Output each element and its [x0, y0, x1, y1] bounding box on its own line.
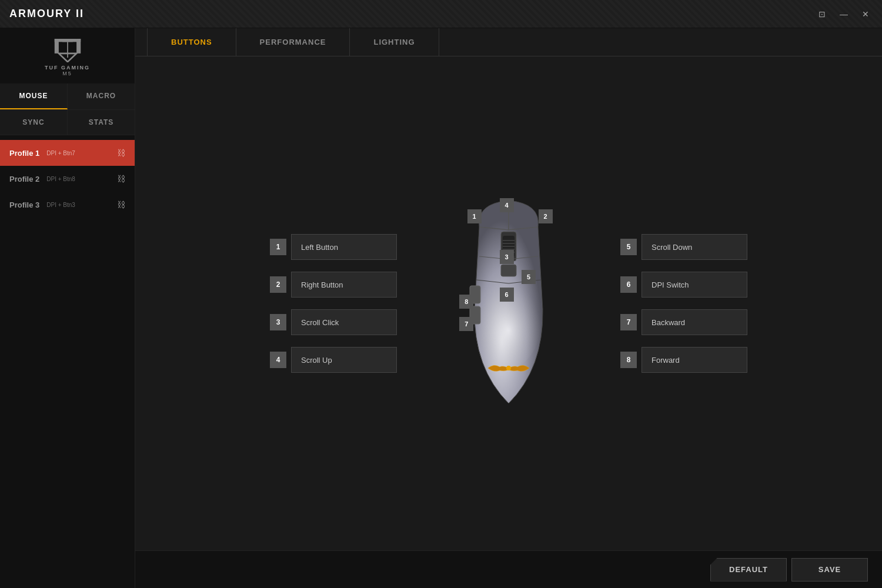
save-button[interactable]: SAVE — [791, 558, 868, 582]
sub-tab-lighting[interactable]: LIGHTING — [350, 28, 439, 56]
app-title: ARMOURY II — [9, 8, 84, 20]
svg-rect-14 — [501, 265, 516, 276]
btn-assignment-5: 5 Scroll Down — [620, 234, 747, 260]
sub-tab-performance[interactable]: PERFORMANCE — [236, 28, 350, 56]
profile-item-3[interactable]: Profile 3 DPI + Btn3 ⛓ — [0, 192, 135, 218]
btn-label-scroll-down[interactable]: Scroll Down — [642, 234, 747, 260]
logo-line2: M5 — [62, 71, 72, 76]
profile-1-shortcut: DPI + Btn7 — [46, 150, 75, 156]
mouse-svg-wrapper: 1 2 3 4 5 — [444, 192, 573, 415]
btn-label-scroll-click[interactable]: Scroll Click — [291, 309, 397, 335]
profile-2-link-icon: ⛓ — [117, 174, 125, 183]
sidebar-logo: TUF GAMING M5 — [0, 28, 135, 83]
mouse-badge-4: 4 — [500, 198, 514, 212]
window-controls: ⊡ — ✕ — [815, 8, 873, 20]
content-area: BUTTONS PERFORMANCE LIGHTING 1 Left Butt… — [135, 28, 882, 588]
profile-3-link-icon: ⛓ — [117, 200, 125, 209]
nav-tab-stats[interactable]: STATS — [68, 110, 135, 135]
nav-tab-macro[interactable]: MACRO — [68, 83, 135, 109]
mouse-badge-3: 3 — [500, 250, 514, 264]
mouse-badge-2: 2 — [539, 209, 553, 223]
right-button-assignments: 5 Scroll Down 6 DPI Switch 7 Backward 8 … — [620, 234, 747, 373]
btn-num-8: 8 — [620, 352, 637, 368]
svg-point-17 — [506, 366, 511, 370]
btn-label-forward[interactable]: Forward — [642, 347, 747, 373]
btn-label-right-button[interactable]: Right Button — [291, 272, 397, 298]
mouse-graphic: 1 2 3 4 5 — [432, 192, 585, 415]
mouse-badge-6: 6 — [500, 288, 514, 302]
btn-label-scroll-up[interactable]: Scroll Up — [291, 347, 397, 373]
default-button[interactable]: DEFAULT — [710, 558, 787, 582]
profile-item-2[interactable]: Profile 2 DPI + Btn8 ⛓ — [0, 166, 135, 192]
sub-tab-buttons[interactable]: BUTTONS — [147, 28, 236, 56]
profile-1-name: Profile 1 — [9, 149, 39, 158]
profile-2-name: Profile 2 — [9, 175, 39, 183]
sidebar: TUF GAMING M5 MOUSE MACRO SYNC STATS Pro… — [0, 28, 135, 588]
profile-item-1[interactable]: Profile 1 DPI + Btn7 ⛓ — [0, 140, 135, 166]
btn-assignment-2: 2 Right Button — [270, 272, 397, 298]
btn-num-6: 6 — [620, 276, 637, 293]
sub-tabs: BUTTONS PERFORMANCE LIGHTING — [135, 28, 882, 56]
profile-3-name: Profile 3 — [9, 201, 39, 209]
profile-1-link-icon: ⛓ — [117, 148, 125, 158]
svg-rect-3 — [76, 39, 81, 54]
svg-rect-2 — [54, 39, 58, 54]
btn-num-4: 4 — [270, 352, 286, 368]
btn-num-7: 7 — [620, 314, 637, 330]
nav-tab-sync[interactable]: SYNC — [0, 110, 68, 135]
btn-assignment-7: 7 Backward — [620, 309, 747, 335]
mouse-badge-1: 1 — [467, 209, 482, 223]
btn-label-dpi-switch[interactable]: DPI Switch — [642, 272, 747, 298]
nav-tabs: MOUSE MACRO — [0, 83, 135, 110]
resize-button[interactable]: ⊡ — [815, 8, 829, 20]
buttons-panel: 1 Left Button 2 Right Button 3 Scroll Cl… — [135, 56, 882, 550]
btn-assignment-1: 1 Left Button — [270, 234, 397, 260]
btn-assignment-4: 4 Scroll Up — [270, 347, 397, 373]
btn-label-left-button[interactable]: Left Button — [291, 234, 397, 260]
mouse-badge-8: 8 — [459, 295, 473, 309]
btn-num-3: 3 — [270, 314, 286, 330]
btn-assignment-3: 3 Scroll Click — [270, 309, 397, 335]
btn-num-2: 2 — [270, 276, 286, 293]
nav-tabs-row2: SYNC STATS — [0, 110, 135, 135]
logo-line1: TUF GAMING — [45, 65, 90, 71]
profile-list: Profile 1 DPI + Btn7 ⛓ Profile 2 DPI + B… — [0, 135, 135, 588]
btn-assignment-6: 6 DPI Switch — [620, 272, 747, 298]
title-bar: ARMOURY II ⊡ — ✕ — [0, 0, 882, 28]
main-layout: TUF GAMING M5 MOUSE MACRO SYNC STATS Pro… — [0, 28, 882, 588]
btn-num-5: 5 — [620, 239, 637, 255]
btn-label-backward[interactable]: Backward — [642, 309, 747, 335]
profile-3-shortcut: DPI + Btn3 — [46, 202, 75, 208]
mouse-badge-5: 5 — [522, 270, 536, 284]
bottom-bar: DEFAULT SAVE — [135, 550, 882, 588]
tuf-gaming-logo-icon — [53, 39, 82, 62]
profile-2-shortcut: DPI + Btn8 — [46, 176, 75, 182]
btn-num-1: 1 — [270, 239, 286, 255]
btn-assignment-8: 8 Forward — [620, 347, 747, 373]
mouse-badge-7: 7 — [459, 317, 473, 331]
minimize-button[interactable]: — — [836, 8, 851, 20]
left-button-assignments: 1 Left Button 2 Right Button 3 Scroll Cl… — [270, 234, 397, 373]
close-button[interactable]: ✕ — [858, 8, 873, 20]
nav-tab-mouse[interactable]: MOUSE — [0, 83, 68, 109]
